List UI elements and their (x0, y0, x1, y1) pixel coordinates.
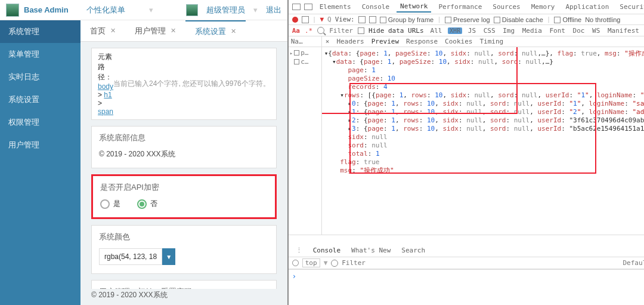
checkbox-icon[interactable] (494, 17, 500, 23)
dt-tab-elements[interactable]: Elements (316, 2, 355, 12)
breadcrumb-bar: 元素路径： body > h1 > span 当前已输入24个字符, 您还可以输… (91, 48, 277, 120)
char-count-hint: 当前已输入24个字符, 您还可以输入9976个字符。 (113, 79, 270, 89)
record-icon[interactable] (292, 17, 298, 23)
subtab-preview[interactable]: Preview (371, 38, 399, 45)
net-status: 2 / 85 ▲▼ (289, 235, 644, 244)
console-filter-input[interactable] (342, 259, 377, 267)
dt-inspect-icon[interactable] (292, 4, 301, 10)
checkbox-icon[interactable] (358, 27, 364, 34)
net-filter-row: Aa .* Hide data URLs All XHR JS CSS Img … (289, 25, 644, 36)
dt-tab-sources[interactable]: Sources (489, 2, 524, 12)
dt-tab-security[interactable]: Security (616, 2, 644, 12)
col-name[interactable]: Na… (289, 36, 322, 47)
radio-no[interactable]: 否 (137, 199, 157, 209)
clear-icon[interactable] (302, 16, 309, 23)
radio-icon (100, 199, 110, 209)
tab-settings[interactable]: 系统设置✕ (185, 20, 246, 41)
subtab-cookies[interactable]: Cookies (445, 38, 472, 45)
levels-select[interactable]: Default levels ▾ (623, 259, 645, 267)
sidebar-item-settings[interactable]: 系统设置 (0, 88, 80, 111)
main-area: 首页✕ 用户管理✕ 系统设置✕ 元素路径： body > h1 > span 当… (80, 20, 287, 305)
sidebar-item-user[interactable]: 用户管理 (0, 134, 80, 156)
card-user-pwd: 用户管理：初始、重置密码 123456 (91, 280, 277, 289)
topbar: Base Admin 个性化菜单 ▾ 超级管理员 ▾ 退出 (0, 0, 287, 20)
filter-input[interactable] (329, 27, 353, 35)
card-api-encrypt: 是否开启API加密 是 否 (91, 174, 277, 219)
dt-tab-memory[interactable]: Memory (528, 2, 559, 12)
menu-personalize[interactable]: 个性化菜单 (86, 5, 125, 16)
subtab-headers[interactable]: Headers (336, 38, 364, 45)
sidebar-item-menu[interactable]: 菜单管理 (0, 43, 80, 66)
color-input[interactable]: rgba(54, 123, 18 (99, 248, 162, 265)
card-theme-color: 系统颜色 rgba(54, 123, 18 ▼ (91, 225, 277, 274)
color-picker-button[interactable]: ▼ (162, 248, 175, 265)
checkbox-icon[interactable] (380, 17, 386, 23)
context-select[interactable]: top (302, 258, 320, 267)
close-icon[interactable]: ✕ (110, 27, 116, 35)
card-footer-info: 系统底部信息 © 2019 - 2020 XXX系统 (91, 126, 277, 168)
dt-tab-network[interactable]: Network (397, 1, 431, 13)
logout-link[interactable]: 退出 (266, 5, 281, 16)
brand-title: Base Admin (24, 5, 69, 14)
user-role[interactable]: 超级管理员 (206, 5, 245, 16)
dt-tab-performance[interactable]: Performance (435, 2, 485, 12)
crumb-h1[interactable]: h1 (104, 91, 112, 99)
view-list-icon[interactable] (358, 16, 366, 23)
throttling-select[interactable]: No throttling (585, 16, 620, 23)
subtab-close[interactable]: × (326, 38, 330, 45)
logo-icon (6, 4, 19, 17)
type-css[interactable]: CSS (482, 27, 497, 35)
type-ws[interactable]: WS (590, 27, 602, 35)
radio-icon (137, 199, 147, 209)
request-list[interactable]: ▸p… ▸c… (289, 47, 322, 235)
drawer-whatsnew[interactable]: What's New (348, 245, 394, 255)
type-img[interactable]: Img (501, 27, 516, 35)
close-icon[interactable]: ✕ (231, 27, 236, 35)
tabs: 首页✕ 用户管理✕ 系统设置✕ (80, 20, 287, 42)
type-all[interactable]: All (429, 27, 444, 35)
net-toolbar: | ▼ Q View: Group by frame | Preserve lo… (289, 14, 644, 25)
subtab-timing[interactable]: Timing (479, 38, 503, 45)
search-icon[interactable] (317, 27, 324, 34)
type-xhr[interactable]: XHR (448, 27, 462, 34)
search-icon[interactable]: Q (327, 16, 332, 23)
content-scroll[interactable]: 元素路径： body > h1 > span 当前已输入24个字符, 您还可以输… (80, 42, 287, 289)
page-footer: © 2019 - 2020 XXX系统 (80, 289, 287, 305)
dt-device-icon[interactable] (304, 4, 312, 10)
close-icon[interactable]: ✕ (171, 27, 176, 35)
subtab-response[interactable]: Response (406, 38, 438, 45)
drawer-console[interactable]: Console (309, 245, 344, 255)
type-js[interactable]: JS (466, 27, 478, 35)
crumb-span[interactable]: span (98, 107, 113, 116)
drawer-search[interactable]: Search (398, 245, 429, 255)
console-drawer-tabs: ⋮ Console What's New Search ✕ (289, 244, 644, 257)
type-font[interactable]: Font (547, 27, 567, 35)
net-columns: Na… × Headers Preview Response Cookies T… (289, 36, 644, 47)
clear-console-icon[interactable] (292, 260, 299, 266)
avatar-icon (186, 4, 198, 16)
type-media[interactable]: Media (521, 27, 544, 35)
admin-app: Base Admin 个性化菜单 ▾ 超级管理员 ▾ 退出 系统管理 菜单管理 … (0, 0, 289, 305)
sidebar-item-perm[interactable]: 权限管理 (0, 111, 80, 134)
dt-tab-console[interactable]: Console (358, 2, 393, 12)
filter-icon[interactable]: ▼ (320, 16, 324, 23)
console-body[interactable]: › (289, 269, 644, 305)
type-manifest[interactable]: Manifest (606, 27, 641, 35)
type-doc[interactable]: Doc (571, 27, 587, 35)
crumb-body[interactable]: body (98, 82, 113, 91)
checkbox-icon[interactable] (445, 17, 451, 23)
devtools-panel: Elements Console Network Performance Sou… (289, 0, 644, 305)
tab-user[interactable]: 用户管理✕ (125, 20, 185, 41)
tab-home[interactable]: 首页✕ (80, 20, 125, 41)
console-filter-row: top ▼ Default levels ▾ ⚙ (289, 257, 644, 269)
radio-yes[interactable]: 是 (100, 199, 120, 209)
checkbox-icon[interactable] (554, 17, 561, 23)
devtools-tabs: Elements Console Network Performance Sou… (289, 0, 644, 14)
response-preview[interactable]: ▾{data: {page: 1, pageSize: 10, sidx: nu… (322, 47, 644, 235)
sidebar-item-log[interactable]: 实时日志 (0, 66, 80, 88)
dt-tab-application[interactable]: Application (562, 2, 612, 12)
view-frame-icon[interactable] (369, 16, 376, 23)
sidebar: 系统管理 菜单管理 实时日志 系统设置 权限管理 用户管理 (0, 20, 80, 305)
sidebar-item-system[interactable]: 系统管理 (0, 20, 80, 43)
eye-icon[interactable] (331, 260, 338, 267)
